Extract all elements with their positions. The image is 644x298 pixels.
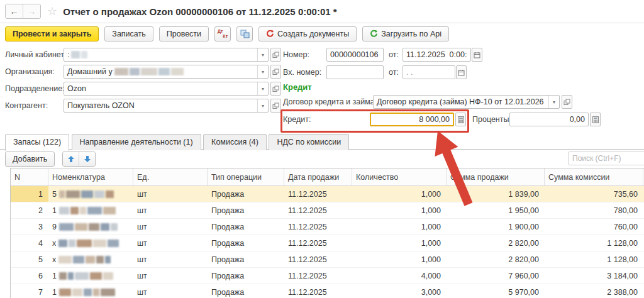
move-up-button[interactable] [63, 152, 79, 166]
credit-contract-field[interactable]: Договор кредита (займа) НФ-10 от 12.01.2… [373, 95, 560, 109]
table-row[interactable]: 61штПродажа11.12.20254,0007 960,003 184,… [11, 268, 644, 284]
cell-fee[interactable]: 1 128,00 [545, 235, 643, 251]
cell-name[interactable]: х [48, 251, 133, 267]
cell-name[interactable]: 5 [48, 186, 133, 202]
chevron-down-icon[interactable]: ▾ [257, 65, 268, 78]
cell-name[interactable]: 1 [48, 268, 133, 284]
cell-fee[interactable]: 1 128,00 [545, 251, 643, 267]
calendar-button[interactable] [472, 48, 482, 62]
department-field[interactable]: Ozon ▾ [64, 82, 269, 96]
cell-sum[interactable]: 7 960,00 [447, 268, 545, 284]
favorite-star-icon[interactable]: ☆ [47, 6, 57, 17]
credit-amount-input[interactable] [370, 113, 454, 126]
column-header[interactable]: Количество [352, 168, 447, 185]
cell-op[interactable]: Продажа [208, 268, 284, 284]
cell-fee[interactable]: 3 184,00 [545, 268, 643, 284]
percent-input[interactable] [509, 113, 589, 126]
column-header[interactable]: Сумма продажи [447, 168, 545, 185]
cell-sum[interactable]: 1 950,00 [447, 202, 545, 218]
table-row[interactable]: 4хштПродажа11.12.20251,0002 820,001 128,… [11, 235, 644, 251]
number-input[interactable] [326, 48, 384, 62]
cell-fee[interactable]: 780,00 [545, 202, 643, 218]
cell-name[interactable]: 1 [48, 284, 133, 298]
cell-name[interactable]: 9 [48, 219, 133, 235]
cell-date[interactable]: 11.12.2025 [284, 284, 352, 298]
create-documents-button[interactable]: Создать документы [258, 26, 357, 41]
cell-n[interactable]: 3 [11, 219, 48, 235]
table-row[interactable]: 39штПродажа11.12.20251,0001 900,00760,00 [11, 219, 644, 235]
cell-op[interactable]: Продажа [208, 251, 284, 267]
open-button[interactable] [562, 95, 572, 109]
cell-n[interactable]: 6 [11, 268, 48, 284]
chevron-down-icon[interactable]: ▾ [257, 99, 268, 112]
cell-sum[interactable]: 2 820,00 [447, 235, 545, 251]
cell-date[interactable]: 11.12.2025 [284, 186, 352, 202]
table-row[interactable]: 15штПродажа11.12.20251,0001 839,00735,60 [11, 186, 644, 202]
cell-unit[interactable]: шт [133, 186, 208, 202]
cell-qty[interactable]: 3,000 [352, 284, 447, 298]
column-header[interactable]: Сумма комиссии [545, 168, 643, 185]
date-input[interactable] [402, 48, 471, 62]
cell-qty[interactable]: 1,000 [352, 219, 447, 235]
move-down-button[interactable] [79, 152, 95, 166]
cell-unit[interactable]: шт [133, 202, 208, 218]
cell-date[interactable]: 11.12.2025 [284, 202, 352, 218]
column-header[interactable]: Дата продажи [284, 168, 352, 185]
chevron-down-icon[interactable]: ▾ [257, 82, 268, 95]
table-row[interactable]: 5хштПродажа11.12.20251,0002 820,001 128,… [11, 251, 644, 268]
cell-date[interactable]: 11.12.2025 [284, 251, 352, 267]
personal-account-field[interactable]: : ▾ [64, 48, 269, 62]
cell-n[interactable]: 5 [11, 251, 48, 267]
counterparty-field[interactable]: Покупатель OZON ▾ [64, 99, 269, 113]
cell-date[interactable]: 11.12.2025 [284, 268, 352, 284]
tab-napravlenie[interactable]: Направление деятельности (1) [72, 134, 201, 150]
organization-field[interactable]: Домашний у ▾ [64, 65, 269, 79]
cell-op[interactable]: Продажа [208, 219, 284, 235]
search-input[interactable] [568, 152, 644, 165]
cell-unit[interactable]: шт [133, 284, 208, 298]
cell-n[interactable]: 4 [11, 235, 48, 251]
cell-op[interactable]: Продажа [208, 186, 284, 202]
column-header[interactable]: Ед. [133, 168, 208, 185]
cell-date[interactable]: 11.12.2025 [284, 219, 352, 235]
open-button[interactable] [270, 65, 281, 79]
chevron-down-icon[interactable]: ▾ [548, 96, 559, 108]
add-row-button[interactable]: Добавить [5, 152, 55, 167]
chevron-down-icon[interactable]: ▾ [257, 48, 268, 61]
cell-unit[interactable]: шт [133, 235, 208, 251]
cell-n[interactable]: 2 [11, 202, 48, 218]
post-button[interactable]: Провести [159, 26, 209, 41]
incoming-number-input[interactable] [326, 65, 384, 79]
cell-qty[interactable]: 4,000 [352, 268, 447, 284]
cell-qty[interactable]: 1,000 [352, 235, 447, 251]
column-header[interactable]: Номенклатура [48, 168, 133, 185]
cell-date[interactable]: 11.12.2025 [284, 235, 352, 251]
column-header[interactable]: Тип операции [208, 168, 284, 185]
cell-qty[interactable]: 1,000 [352, 186, 447, 202]
calculator-button[interactable] [590, 113, 601, 126]
table-row[interactable]: 21штПродажа11.12.20251,0001 950,00780,00 [11, 202, 644, 219]
cell-sum[interactable]: 2 820,00 [447, 251, 545, 267]
cell-sum[interactable]: 5 970,00 [447, 284, 545, 298]
cell-name[interactable]: х [48, 235, 133, 251]
cell-unit[interactable]: шт [133, 268, 208, 284]
calculator-button[interactable] [455, 113, 466, 126]
cell-qty[interactable]: 1,000 [352, 202, 447, 218]
cell-name[interactable]: 1 [48, 202, 133, 218]
forward-button[interactable]: → [23, 4, 40, 18]
cell-fee[interactable]: 735,60 [545, 186, 643, 202]
tab-zapasy[interactable]: Запасы (122) [5, 134, 69, 151]
open-button[interactable] [270, 82, 281, 96]
cell-fee[interactable]: 2 388,00 [545, 284, 643, 298]
related-documents-button[interactable] [236, 26, 253, 41]
cell-fee[interactable]: 760,00 [545, 219, 643, 235]
load-by-api-button[interactable]: Загрузить по Api [362, 26, 449, 41]
cell-sum[interactable]: 1 900,00 [447, 219, 545, 235]
back-button[interactable]: ← [6, 4, 23, 18]
calendar-button[interactable] [456, 65, 467, 79]
incoming-date-input[interactable] [402, 65, 455, 79]
cell-op[interactable]: Продажа [208, 284, 284, 298]
cell-n[interactable]: 7 [11, 284, 48, 298]
cell-op[interactable]: Продажа [208, 235, 284, 251]
save-button[interactable]: Записать [104, 26, 153, 41]
